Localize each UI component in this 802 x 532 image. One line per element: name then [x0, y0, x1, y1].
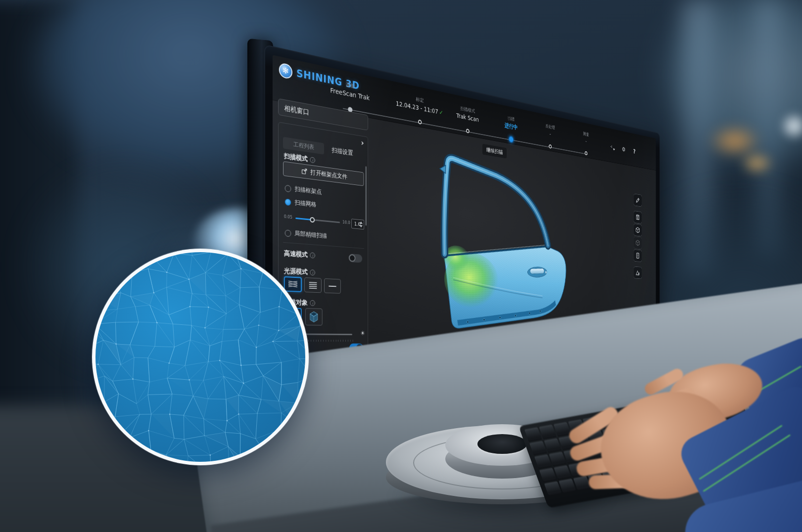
resolution-slider[interactable]: 0.05 10.0 1.0 — [284, 212, 364, 230]
collapse-panel-icon[interactable]: › — [361, 138, 364, 147]
mesh-detail-inset-circle — [92, 249, 309, 465]
report-document-icon — [636, 252, 640, 259]
calibration-check-icon: ✓ — [439, 109, 443, 116]
crosshatch-pattern-icon — [288, 280, 298, 289]
settings-gear-icon[interactable]: ⚙ — [621, 145, 626, 153]
radio-local-fine-scan[interactable]: 局部精细扫描 — [285, 228, 327, 240]
tab-scan-settings[interactable]: 扫描设置 — [329, 144, 355, 159]
single-line-icon — [329, 282, 337, 290]
package-box-icon — [636, 226, 640, 233]
car-door-3d-model[interactable] — [435, 149, 583, 339]
workflow-node-calibration[interactable] — [418, 120, 422, 125]
slider-knob[interactable] — [310, 217, 315, 223]
continue-scan-button[interactable]: 继续扫描 — [482, 144, 507, 159]
resolution-max: 10.0 — [342, 220, 350, 225]
triangular-mesh-pattern — [95, 252, 309, 465]
slider-track[interactable] — [295, 218, 340, 223]
workflow-step-scan-mode[interactable]: 扫描模式 Trak Scan — [456, 104, 478, 123]
high-speed-toggle[interactable] — [349, 254, 363, 263]
share-icon[interactable] — [611, 143, 615, 151]
scan-object-striped-button[interactable] — [305, 308, 323, 325]
slider-fill — [295, 218, 311, 221]
parallel-lines-icon — [309, 281, 317, 289]
package-box-icon — [636, 239, 640, 246]
light-mode-crosshatch-button[interactable] — [284, 276, 302, 292]
scene: ✻ SHINING 3D 设备 FreeScan Trak 标定 12.04.2… — [0, 0, 802, 532]
radio-icon — [285, 184, 291, 192]
workflow-node-postprocess[interactable] — [549, 144, 552, 149]
workflow-step-calibration[interactable]: 标定 12.04.23 - 11:07✓ — [396, 91, 443, 116]
share-caret-icon — [613, 148, 615, 150]
brightness-sun-icon: ☀ — [360, 330, 365, 337]
workflow-step-measure[interactable]: 测量 - — [583, 131, 589, 145]
save-file-button[interactable] — [634, 211, 642, 224]
export-box-button[interactable] — [634, 236, 642, 249]
workflow-node-scan-mode[interactable] — [466, 129, 470, 133]
workflow-node-measure[interactable] — [585, 151, 587, 156]
spinner-down-icon[interactable] — [360, 225, 363, 227]
globe-logo-icon: ✻ — [279, 62, 292, 80]
help-icon[interactable]: ? — [632, 148, 637, 155]
top-right-icons: ⚙ ? — [611, 143, 637, 155]
mesh-repair-icon — [636, 269, 640, 276]
mesh-repair-button[interactable] — [634, 266, 642, 279]
light-mode-title: 光源模式i — [284, 266, 315, 277]
info-icon[interactable]: i — [310, 269, 315, 275]
radio-scan-mesh[interactable]: 扫描网格 — [285, 197, 317, 209]
spinner-up-icon[interactable] — [360, 222, 363, 224]
open-frame-file-button[interactable]: 打开框架点文件 — [283, 161, 364, 186]
radio-scan-frame-points[interactable]: 扫描框架点 — [285, 184, 322, 196]
light-mode-multiline-button[interactable] — [304, 277, 322, 293]
panel-scrollbar[interactable] — [366, 166, 367, 225]
pen-icon — [636, 197, 640, 204]
report-button[interactable] — [634, 249, 642, 262]
background-amber-light — [740, 151, 774, 176]
workflow-node-scan-active[interactable] — [509, 135, 514, 143]
radio-selected-icon — [285, 198, 291, 206]
light-mode-single-line-button[interactable] — [324, 278, 341, 294]
project-package-button[interactable] — [634, 223, 642, 236]
open-file-icon — [301, 168, 307, 175]
info-icon[interactable]: i — [310, 300, 315, 306]
info-icon[interactable]: i — [310, 157, 315, 163]
striped-cube-icon — [309, 311, 319, 322]
info-icon[interactable]: i — [310, 252, 315, 258]
high-speed-mode-title: 高速模式i — [284, 249, 315, 260]
resolution-min: 0.05 — [284, 214, 292, 220]
resolution-value-spinner[interactable]: 1.0 — [351, 219, 364, 229]
divider — [283, 242, 364, 249]
edit-tool-button[interactable] — [634, 194, 642, 207]
workflow-step-postprocess[interactable]: 后处理 - — [546, 123, 555, 138]
workflow-step-scan[interactable]: 扫描 进行中 — [505, 115, 518, 132]
save-file-icon — [636, 214, 640, 221]
radio-icon — [285, 229, 291, 237]
